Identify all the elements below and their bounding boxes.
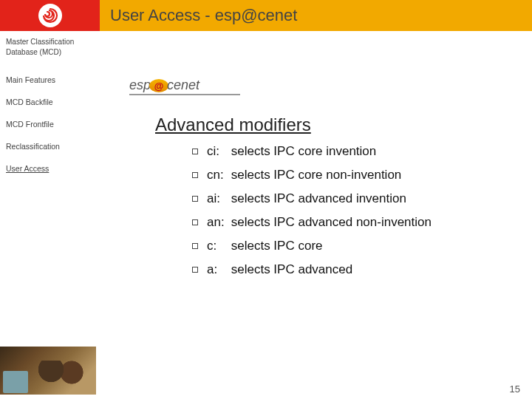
modifier-text: cn: selects IPC core non-invention [207, 168, 401, 183]
sidebar-item-reclassification[interactable]: Reclassification [6, 142, 95, 151]
sidebar-item-mcd-frontfile[interactable]: MCD Frontfile [6, 120, 95, 129]
at-icon: @ [149, 79, 168, 92]
square-bullet-icon [192, 267, 198, 273]
modifier-text: a: selects IPC advanced [207, 262, 352, 277]
sidebar-title-line2: Database (MCD) [6, 48, 61, 56]
list-item: c: selects IPC core [192, 239, 502, 253]
square-bullet-icon [192, 243, 198, 249]
brand-prefix: esp [129, 78, 151, 92]
sidebar-title: Master Classification Database (MCD) [6, 37, 95, 58]
square-bullet-icon [192, 219, 198, 225]
espacenet-logo: esp@cenet [129, 78, 240, 95]
header-logo-block [0, 0, 100, 31]
sidebar-item-main-features[interactable]: Main Features [6, 75, 95, 84]
square-bullet-icon [192, 172, 198, 178]
list-item: an: selects IPC advanced non-invention [192, 215, 502, 230]
square-bullet-icon [192, 149, 198, 154]
square-bullet-icon [192, 196, 198, 202]
list-item: ci: selects IPC core invention [192, 144, 502, 159]
page-title: User Access - esp@cenet [110, 6, 297, 25]
sidebar: Master Classification Database (MCD) Mai… [6, 37, 95, 186]
header: User Access - esp@cenet [0, 0, 532, 31]
modifier-text: c: selects IPC core [207, 239, 323, 253]
modifier-text: an: selects IPC advanced non-invention [207, 215, 432, 230]
sidebar-title-line1: Master Classification [6, 38, 74, 46]
sidebar-item-user-access[interactable]: User Access [6, 164, 95, 173]
footer-photo [0, 347, 96, 395]
spiral-logo-icon [38, 4, 62, 27]
page-number: 15 [510, 383, 520, 395]
brand-mid: ce [167, 78, 181, 92]
list-item: ai: selects IPC advanced invention [192, 191, 502, 206]
modifier-text: ai: selects IPC advanced invention [207, 191, 406, 206]
list-item: a: selects IPC advanced [192, 262, 502, 277]
section-heading: Advanced modifiers [155, 115, 311, 135]
brand-suffix: net [181, 78, 200, 92]
brand-underline [129, 94, 240, 95]
modifier-list: ci: selects IPC core invention cn: selec… [192, 144, 502, 286]
modifier-text: ci: selects IPC core invention [207, 144, 376, 159]
sidebar-item-mcd-backfile[interactable]: MCD Backfile [6, 98, 95, 106]
list-item: cn: selects IPC core non-invention [192, 168, 502, 183]
header-title-block: User Access - esp@cenet [100, 0, 532, 31]
